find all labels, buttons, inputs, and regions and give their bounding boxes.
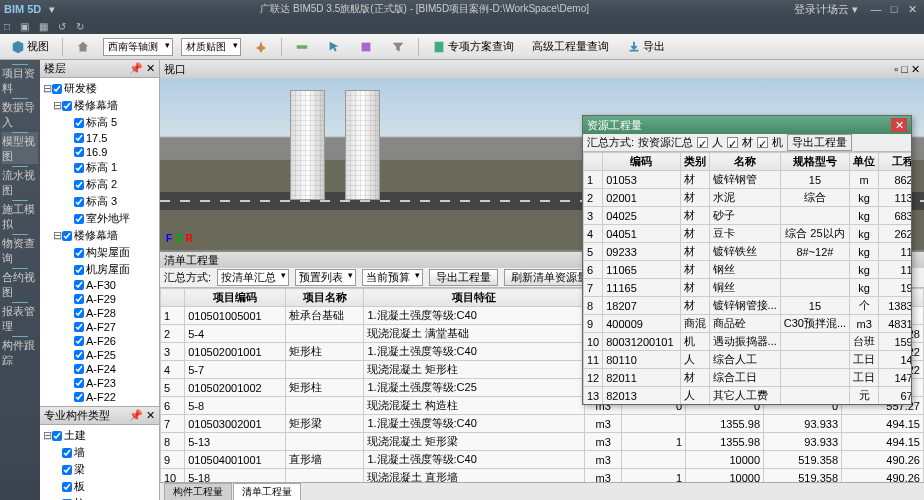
nav-物资查询[interactable]: 物资查询 — [2, 234, 38, 266]
nav-流水视图[interactable]: 流水视图 — [2, 166, 38, 198]
table-row[interactable]: 9400009商混商品砼C30预拌混...m34831.713410198100… — [584, 315, 912, 333]
tool-button[interactable] — [386, 37, 410, 57]
tree-node[interactable]: 室外地坪 — [42, 210, 157, 227]
tree-node[interactable]: A-F23 — [42, 376, 157, 390]
table-row[interactable]: 202001材水泥综合kg113.2770.3741.91 — [584, 189, 912, 207]
tree-node[interactable]: A-F29 — [42, 292, 157, 306]
tool-button[interactable] — [249, 37, 273, 57]
panel-pin-icon[interactable]: 📌 ✕ — [129, 409, 155, 422]
tool-button[interactable] — [354, 37, 378, 57]
table-row[interactable]: 85-13现浇混凝土 矩形梁m311355.9893.933494.15 — [161, 433, 924, 451]
tree-node[interactable]: 构架屋面 — [42, 244, 157, 261]
summary-combo[interactable]: 按清单汇总 — [217, 269, 289, 286]
tree-node[interactable]: 墙 — [42, 444, 157, 461]
tree-node[interactable]: 机房屋面 — [42, 261, 157, 278]
cloud-login[interactable]: 登录计场云 ▾ — [794, 2, 858, 17]
tree-node[interactable]: ⊟研发楼 — [42, 80, 157, 97]
qa-item[interactable]: □ — [4, 21, 10, 32]
spec-query-button[interactable]: 专项方案查询 — [427, 36, 519, 57]
nav-构件跟踪[interactable]: 构件跟踪 — [2, 336, 38, 368]
chk-labor[interactable]: ✓ — [697, 137, 708, 148]
table-row[interactable]: 105-18现浇混凝土 直形墙m3110000519.358490.26 — [161, 469, 924, 483]
float-header[interactable]: 资源工程量 ✕ — [583, 116, 911, 134]
qa-item[interactable]: ↻ — [76, 21, 84, 32]
tool-button[interactable] — [290, 37, 314, 57]
tree-node[interactable]: 柱 — [42, 495, 157, 500]
budget-combo[interactable]: 当前预算 — [362, 269, 423, 286]
tree-node[interactable]: 17.5 — [42, 131, 157, 145]
type-tree[interactable]: ⊟土建墙梁板柱基础楼梯其他⊟钢筋墙门窗洞梁柱基础其他⊟给排水管道(水)阀门法兰(… — [40, 425, 159, 500]
nav-施工模拟[interactable]: 施工模拟 — [2, 200, 38, 232]
nav-数据导入[interactable]: 数据导入 — [2, 98, 38, 130]
float-export-button[interactable]: 导出工程量 — [787, 134, 852, 151]
nav-合约视图[interactable]: 合约视图 — [2, 268, 38, 300]
table-row[interactable]: 9010504001001直形墙1.混凝土强度等级:C40m310000519.… — [161, 451, 924, 469]
table-row[interactable]: 1382013人其它人工费元67.628167.63 — [584, 387, 912, 405]
tree-node[interactable]: A-F27 — [42, 320, 157, 334]
tab-list-qty[interactable]: 清单工程量 — [233, 483, 301, 500]
title-bar: BIM 5D ▾ 广联达 BIM5D 3.5旗舰版(正式版) - [BIM5D项… — [0, 0, 924, 18]
tree-node[interactable]: A-F24 — [42, 362, 157, 376]
maximize-button[interactable]: □ — [886, 2, 902, 16]
tree-node[interactable]: 标高 5 — [42, 114, 157, 131]
section-icon — [359, 40, 373, 54]
nav-项目资料[interactable]: 项目资料 — [2, 64, 38, 96]
view-angle-combo[interactable]: 西南等轴测 — [103, 38, 173, 56]
view-button[interactable]: 视图 — [6, 36, 54, 57]
nav-报表管理[interactable]: 报表管理 — [2, 302, 38, 334]
home-button[interactable] — [71, 37, 95, 57]
tree-node[interactable]: 标高 3 — [42, 193, 157, 210]
table-row[interactable]: 711165材铜丝kg19.4434.6790.8 — [584, 279, 912, 297]
viewport-controls[interactable]: ▫ □ ✕ — [894, 63, 920, 76]
nav-模型视图[interactable]: 模型视图 — [2, 132, 38, 164]
material-combo[interactable]: 材质贴图 — [181, 38, 241, 56]
close-button[interactable]: ✕ — [904, 2, 920, 16]
main-toolbar: 视图 西南等轴测 材质贴图 专项方案查询 高级工程量查询 导出 — [0, 34, 924, 60]
table-row[interactable]: 1180110人综合人工工日14.5644806990.72 — [584, 351, 912, 369]
tree-node[interactable]: 梁 — [42, 461, 157, 478]
doc-icon — [432, 40, 446, 54]
tree-node[interactable]: A-F22 — [42, 390, 157, 404]
tab-component-qty[interactable]: 构件工程量 — [164, 483, 232, 500]
tree-node[interactable]: A-F30 — [42, 278, 157, 292]
table-row[interactable]: 509233材镀锌铁丝8#~12#kg11.8353.8545.56 — [584, 243, 912, 261]
tree-node[interactable]: A-F28 — [42, 306, 157, 320]
minimize-button[interactable]: — — [868, 2, 884, 16]
floor-tree[interactable]: ⊟研发楼⊟楼修幕墙标高 517.516.9标高 1标高 2标高 3室外地坪⊟楼修… — [40, 78, 159, 406]
resource-table[interactable]: 编码类别名称规格型号单位工程量单价合价(元)101053材镀锌钢管15m862.… — [583, 152, 911, 404]
tree-node[interactable]: ⊟楼修幕墙 — [42, 97, 157, 114]
preset-combo[interactable]: 预置列表 — [295, 269, 356, 286]
table-row[interactable]: 404051材豆卡综合 25以内kg262.0590.45117.93 — [584, 225, 912, 243]
export-qty-button[interactable]: 导出工程量 — [429, 269, 498, 286]
qa-item[interactable]: ↺ — [58, 21, 66, 32]
float-close-button[interactable]: ✕ — [891, 118, 907, 132]
tree-node[interactable]: A-F25 — [42, 348, 157, 362]
tree-node[interactable]: 标高 2 — [42, 176, 157, 193]
tree-node[interactable]: A-F26 — [42, 334, 157, 348]
table-row[interactable]: 1282011材综合工日工日147.09132.534784.88 — [584, 369, 912, 387]
resource-qty-window[interactable]: 资源工程量 ✕ 汇总方式: 按资源汇总 ✓人 ✓材 ✓机 导出工程量 编码类别名… — [582, 115, 912, 405]
home-icon — [76, 40, 90, 54]
tree-node[interactable]: ⊟楼修幕墙 — [42, 227, 157, 244]
table-row[interactable]: 1080031200101机遇动振捣器...台班159.3455.06806.2… — [584, 333, 912, 351]
qa-item[interactable]: ▣ — [20, 21, 29, 32]
tree-node[interactable]: 板 — [42, 478, 157, 495]
table-row[interactable]: 818207材镀锌钢管接...15个1383.8410.52719.6 — [584, 297, 912, 315]
chk-material[interactable]: ✓ — [727, 137, 738, 148]
float-summary-combo[interactable]: 按资源汇总 — [638, 135, 693, 150]
tree-node[interactable]: 16.9 — [42, 145, 157, 159]
adv-query-button[interactable]: 高级工程量查询 — [527, 36, 614, 57]
tool-button[interactable] — [322, 37, 346, 57]
tree-node[interactable]: ⊟土建 — [42, 427, 157, 444]
table-row[interactable]: 611065材钢丝kg11.8357.386.39 — [584, 261, 912, 279]
table-row[interactable]: 304025材砂子kg683.0440.0427.32 — [584, 207, 912, 225]
app-logo: BIM 5D — [4, 3, 41, 15]
export-button[interactable]: 导出 — [622, 36, 670, 57]
pin-icon — [254, 40, 268, 54]
table-row[interactable]: 7010503002001矩形梁1.混凝土强度等级:C40m31355.9893… — [161, 415, 924, 433]
chk-machine[interactable]: ✓ — [757, 137, 768, 148]
tree-node[interactable]: 标高 1 — [42, 159, 157, 176]
panel-pin-icon[interactable]: 📌 ✕ — [129, 62, 155, 75]
qa-item[interactable]: ▦ — [39, 21, 48, 32]
table-row[interactable]: 101053材镀锌钢管15m862.2593.993440.41 — [584, 171, 912, 189]
